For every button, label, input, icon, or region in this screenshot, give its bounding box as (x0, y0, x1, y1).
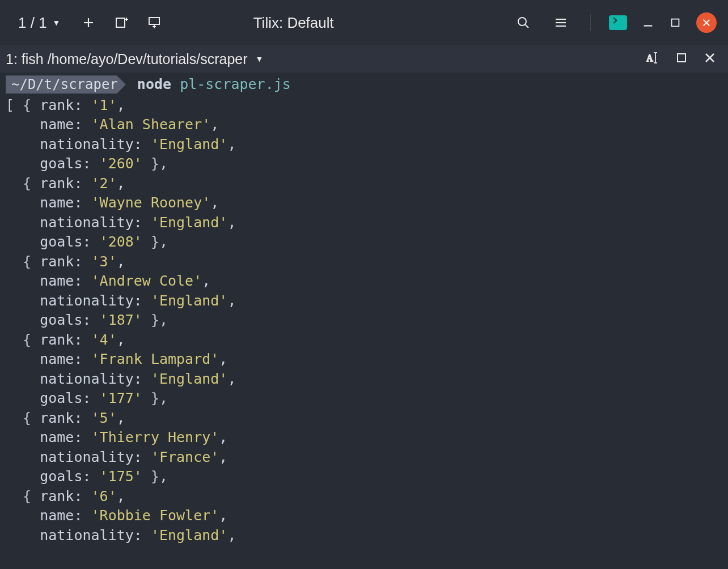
session-counter-label: 1 / 1 (18, 14, 47, 32)
chevron-down-icon: ▼ (256, 54, 264, 63)
terminal-pane[interactable]: ~/D/t/scraper node pl-scraper.js [ { ran… (0, 73, 728, 545)
prompt-path-badge: ~/D/t/scraper (6, 75, 126, 94)
divider (590, 14, 591, 31)
hamburger-menu-button[interactable] (549, 11, 572, 34)
pane-maximize-button[interactable] (675, 51, 688, 67)
svg-line-9 (525, 24, 528, 28)
pane-close-button[interactable] (703, 51, 717, 67)
search-button[interactable] (512, 11, 535, 34)
input-mode-button[interactable]: A (646, 51, 660, 67)
svg-rect-14 (672, 19, 679, 27)
command-argument: pl-scraper.js (180, 76, 291, 92)
maximize-button[interactable] (669, 16, 682, 29)
minimize-button[interactable] (642, 16, 654, 29)
session-counter[interactable]: 1 / 1 ▼ (11, 11, 67, 35)
svg-point-8 (518, 18, 526, 26)
window-title: Tilix: Default (79, 14, 507, 32)
terminal-output: [ { rank: '1', name: 'Alan Shearer', nat… (6, 96, 722, 546)
titlebar: 1 / 1 ▼ Tilix: Default (0, 0, 728, 45)
chevron-down-icon: ▼ (53, 18, 61, 27)
prompt-line: ~/D/t/scraper node pl-scraper.js (6, 75, 722, 95)
tab-title[interactable]: 1: fish /home/ayo/Dev/tutorials/scraper … (6, 51, 263, 67)
titlebar-right (512, 11, 717, 34)
close-button[interactable] (696, 12, 717, 33)
tab-bar: 1: fish /home/ayo/Dev/tutorials/scraper … (0, 45, 728, 73)
terminal-app-icon (609, 15, 627, 30)
command-binary: node (137, 76, 171, 92)
svg-rect-21 (678, 54, 685, 62)
tab-title-text: 1: fish /home/ayo/Dev/tutorials/scraper (6, 51, 248, 67)
tab-controls: A (646, 51, 722, 67)
svg-text:A: A (646, 53, 653, 63)
command: node pl-scraper.js (137, 75, 291, 95)
